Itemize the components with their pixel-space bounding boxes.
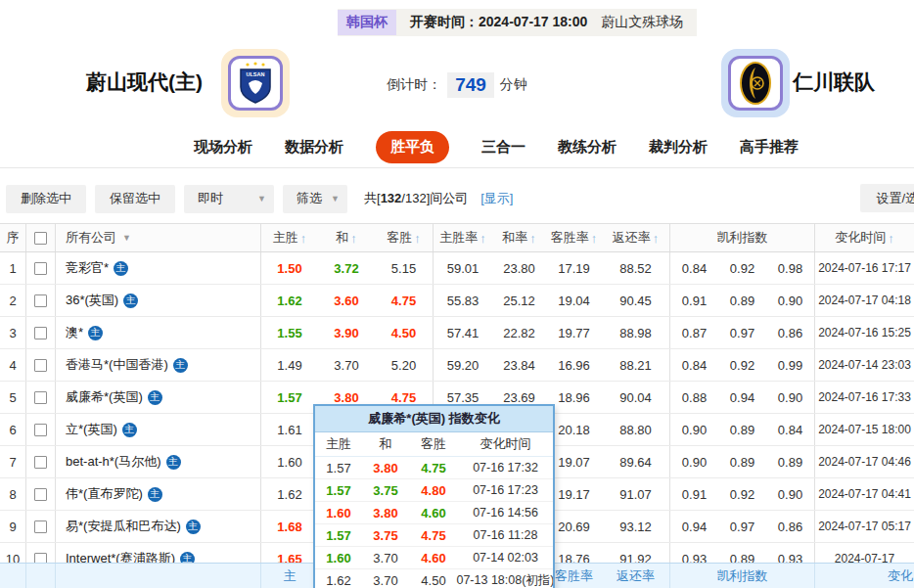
filter-label: 筛选 xyxy=(297,190,322,207)
kelly-values: 0.910.890.90 xyxy=(670,285,815,316)
select-all-checkbox[interactable] xyxy=(34,232,47,245)
popup-history-row: 1.603.804.60 07-16 14:56 xyxy=(315,502,553,524)
countdown-label: 倒计时： xyxy=(387,76,441,92)
popup-history-row: 1.623.704.50 07-13 18:08(初指) xyxy=(315,569,553,588)
kelly-values: 0.900.890.84 xyxy=(670,414,815,445)
home-team-marker-icon: 主 xyxy=(114,261,128,276)
table-toolbar: 删除选中 保留选中 即时 ▼ 筛选 ▼ 共[132/132]间公司 [显示] 设… xyxy=(0,184,914,213)
odds-mode-value: 即时 xyxy=(198,190,223,207)
company-cell[interactable]: 竞彩官*主 xyxy=(56,252,261,284)
venue-name: 蔚山文殊球场 xyxy=(601,14,683,31)
home-team-marker-icon: 主 xyxy=(148,487,162,502)
filter-dropdown[interactable]: 筛选 ▼ xyxy=(283,185,347,213)
col-away-odds[interactable]: 客胜↑ xyxy=(375,224,434,251)
footer-home-label[interactable]: 主 xyxy=(261,564,318,588)
col-select-all xyxy=(26,224,56,251)
delete-selected-button[interactable]: 删除选中 xyxy=(6,185,86,213)
popup-history-row: 1.573.804.75 07-16 17:32 xyxy=(315,457,553,479)
kelly-values: 0.870.970.86 xyxy=(670,317,815,348)
col-seq: 序 xyxy=(0,224,26,251)
tab-active[interactable]: 胜平负 xyxy=(376,131,449,163)
sort-asc-icon: ↑ xyxy=(480,231,486,246)
company-cell[interactable]: 伟*(直布罗陀)主 xyxy=(56,478,261,510)
popup-title: 威廉希*(英国) 指数变化 xyxy=(315,406,553,432)
countdown-unit: 分钟 xyxy=(500,76,527,92)
col-home-odds[interactable]: 主胜↑ xyxy=(261,224,318,251)
tab-item[interactable]: 裁判分析 xyxy=(649,138,708,157)
footer-return-rate-label[interactable]: 返还率 xyxy=(602,564,670,588)
company-count: 共[132/132]间公司 xyxy=(364,190,468,207)
col-home-rate[interactable]: 主胜率↑ xyxy=(434,224,492,251)
tab-item[interactable]: 数据分析 xyxy=(285,138,343,157)
table-row[interactable]: 1 竞彩官*主 1.50 3.72 5.15 59.01 23.80 17.19… xyxy=(0,252,914,285)
home-team-marker-icon: 主 xyxy=(88,326,103,340)
chevron-down-icon: ▼ xyxy=(122,233,131,243)
away-team-name: 仁川联队 xyxy=(793,68,875,96)
company-cell[interactable]: bet-at-h*(马尔他)主 xyxy=(56,446,261,477)
chevron-down-icon: ▼ xyxy=(257,194,266,204)
home-team-marker-icon: 主 xyxy=(148,390,162,405)
kelly-values: 0.840.920.99 xyxy=(670,349,815,381)
popup-history-row: 1.603.704.60 07-14 02:03 xyxy=(315,547,553,569)
league-badge[interactable]: 韩国杯 xyxy=(338,10,396,35)
col-change-time[interactable]: 变化时间↑ xyxy=(815,224,914,251)
home-team-marker-icon: 主 xyxy=(122,423,137,437)
row-checkbox[interactable] xyxy=(34,424,47,436)
footer-change-label[interactable]: 变化 xyxy=(815,564,914,588)
table-row[interactable]: 4 香港马*(中国香港)主 1.49 3.70 5.20 59.20 23.84… xyxy=(0,349,914,382)
kelly-values: 0.840.920.98 xyxy=(670,252,815,284)
col-away-rate[interactable]: 客胜率↑ xyxy=(546,224,602,251)
sort-asc-icon: ↑ xyxy=(300,231,307,246)
company-count-shown: 132 xyxy=(381,191,402,205)
popup-history-row: 1.573.754.80 07-16 17:23 xyxy=(315,479,553,502)
company-cell[interactable]: 立*(英国)主 xyxy=(56,414,261,445)
keep-selected-button[interactable]: 保留选中 xyxy=(95,185,175,213)
popup-header: 主胜 和 客胜 变化时间 xyxy=(315,432,553,457)
row-checkbox[interactable] xyxy=(34,294,47,307)
table-row[interactable]: 3 澳*主 1.55 3.90 4.50 57.41 22.82 19.77 8… xyxy=(0,317,914,349)
col-company[interactable]: 所有公司▼ xyxy=(56,224,261,251)
chevron-down-icon: ▼ xyxy=(331,194,340,204)
kelly-values: 0.910.920.90 xyxy=(670,478,815,510)
company-cell[interactable]: 香港马*(中国香港)主 xyxy=(56,349,261,381)
sort-asc-icon: ↑ xyxy=(529,231,536,246)
tab-item[interactable]: 三合一 xyxy=(481,138,526,157)
odds-mode-select[interactable]: 即时 ▼ xyxy=(184,185,274,213)
table-row[interactable]: 2 36*(英国)主 1.62 3.60 4.75 55.83 25.12 19… xyxy=(0,285,914,317)
company-cell[interactable]: 易*(安提瓜和巴布达)主 xyxy=(56,511,261,542)
col-draw-odds[interactable]: 和↑ xyxy=(318,224,375,251)
col-return-rate[interactable]: 返还率↑ xyxy=(602,224,670,251)
popup-history-row: 1.573.754.75 07-16 11:28 xyxy=(315,524,553,547)
col-kelly: 凯利指数 xyxy=(670,224,815,251)
settings-select-button[interactable]: 设置/选 xyxy=(860,184,914,212)
row-checkbox[interactable] xyxy=(34,262,47,275)
kelly-values: 0.880.940.90 xyxy=(670,382,815,413)
countdown-value: 749 xyxy=(447,72,494,98)
row-checkbox[interactable] xyxy=(34,456,47,469)
company-cell[interactable]: 澳*主 xyxy=(56,317,261,348)
kickoff-time: 开赛时间：2024-07-17 18:00 xyxy=(410,14,587,31)
company-cell[interactable]: 威廉希*(英国)主 xyxy=(56,382,261,413)
col-draw-rate[interactable]: 和率↑ xyxy=(492,224,546,251)
odds-comparison-page: 韩国杯 开赛时间：2024-07-17 18:00 蔚山文殊球场 蔚山现代(主)… xyxy=(0,0,914,588)
incheon-crest-icon xyxy=(739,62,772,105)
away-team-logo xyxy=(721,49,790,117)
company-cell[interactable]: 36*(英国)主 xyxy=(56,285,261,316)
row-checkbox[interactable] xyxy=(34,488,47,501)
home-team-marker-icon: 主 xyxy=(186,520,201,534)
tab-item[interactable]: 高手推荐 xyxy=(740,138,799,157)
row-checkbox[interactable] xyxy=(34,391,47,404)
sort-asc-icon: ↑ xyxy=(350,231,357,246)
tab-item[interactable]: 教练分析 xyxy=(558,138,617,157)
sort-asc-icon: ↑ xyxy=(653,231,660,246)
tab-item[interactable]: 现场分析 xyxy=(194,138,252,157)
sort-asc-icon: ↑ xyxy=(591,231,598,246)
show-link[interactable]: [显示] xyxy=(480,190,513,207)
analysis-tab-bar: 现场分析数据分析胜平负三合一教练分析裁判分析高手推荐 xyxy=(0,127,914,168)
home-team-marker-icon: 主 xyxy=(123,294,138,308)
sort-asc-icon: ↑ xyxy=(414,231,421,246)
row-checkbox[interactable] xyxy=(34,520,47,533)
footer-kelly-label[interactable]: 凯利指数 xyxy=(670,564,815,588)
row-checkbox[interactable] xyxy=(34,359,47,372)
row-checkbox[interactable] xyxy=(34,327,47,339)
